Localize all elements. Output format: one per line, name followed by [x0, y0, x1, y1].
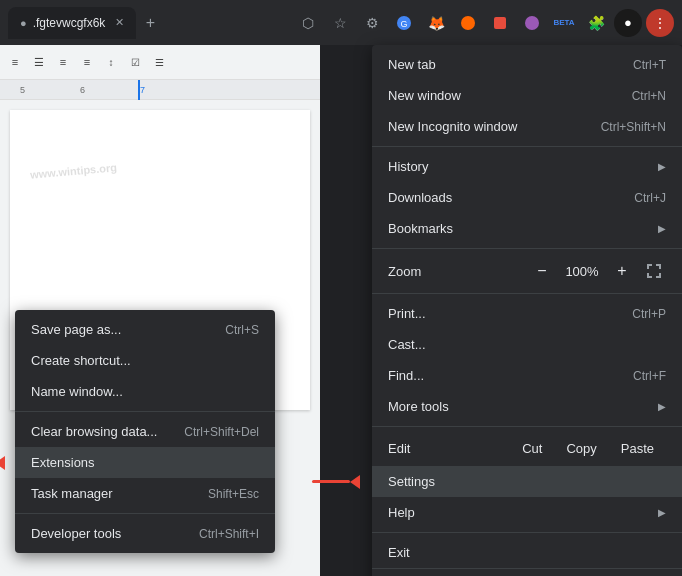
menu-item-clear-browsing[interactable]: Clear browsing data... Ctrl+Shift+Del	[15, 416, 275, 447]
managed-row: Managed by your organization	[372, 568, 682, 576]
menu-item-history[interactable]: History ▶	[372, 151, 682, 182]
extension4-icon[interactable]	[486, 9, 514, 37]
zoom-value: 100%	[562, 264, 602, 279]
menu-item-cast[interactable]: Cast...	[372, 329, 682, 360]
menu-item-developer-tools-shortcut: Ctrl+Shift+I	[199, 527, 259, 541]
left-menu-sep-2	[15, 513, 275, 514]
menu-item-new-tab[interactable]: New tab Ctrl+T	[372, 49, 682, 80]
menu-item-more-tools[interactable]: More tools ▶	[372, 391, 682, 422]
help-label: Help	[388, 505, 650, 520]
find-shortcut: Ctrl+F	[633, 369, 666, 383]
line-spacing-icon[interactable]: ↕	[100, 51, 122, 73]
align-center-icon[interactable]: ☰	[28, 51, 50, 73]
align-right-icon[interactable]: ≡	[52, 51, 74, 73]
right-menu-sep-5	[372, 532, 682, 533]
extension5-icon[interactable]	[518, 9, 546, 37]
svg-rect-6	[647, 264, 649, 269]
extension3-icon[interactable]	[454, 9, 482, 37]
menu-item-bookmarks[interactable]: Bookmarks ▶	[372, 213, 682, 244]
share-icon[interactable]: ⬡	[294, 9, 322, 37]
history-arrow-icon: ▶	[658, 161, 666, 172]
menu-item-new-window[interactable]: New window Ctrl+N	[372, 80, 682, 111]
menu-item-save-page-as[interactable]: Save page as... Ctrl+S	[15, 314, 275, 345]
settings-arrow-head	[350, 475, 360, 489]
svg-rect-10	[647, 273, 649, 278]
svg-rect-3	[494, 17, 506, 29]
print-label: Print...	[388, 306, 624, 321]
history-label: History	[388, 159, 650, 174]
bullet-list-icon[interactable]: ☰	[148, 51, 170, 73]
svg-text:G: G	[400, 19, 407, 29]
right-context-menu: New tab Ctrl+T New window Ctrl+N New Inc…	[372, 45, 682, 576]
print-shortcut: Ctrl+P	[632, 307, 666, 321]
edit-label: Edit	[388, 441, 510, 456]
extension2-icon[interactable]: 🦊	[422, 9, 450, 37]
star-icon[interactable]: ☆	[326, 9, 354, 37]
menu-item-downloads[interactable]: Downloads Ctrl+J	[372, 182, 682, 213]
right-menu-sep-4	[372, 426, 682, 427]
downloads-shortcut: Ctrl+J	[634, 191, 666, 205]
exit-label: Exit	[388, 545, 666, 560]
zoom-fullscreen-button[interactable]	[642, 259, 666, 283]
new-incognito-shortcut: Ctrl+Shift+N	[601, 120, 666, 134]
menu-item-help[interactable]: Help ▶	[372, 497, 682, 528]
more-tools-label: More tools	[388, 399, 650, 414]
downloads-label: Downloads	[388, 190, 626, 205]
menu-item-create-shortcut-label: Create shortcut...	[31, 353, 251, 368]
cut-button[interactable]: Cut	[510, 437, 554, 460]
profile-icon[interactable]: ●	[614, 9, 642, 37]
help-arrow-icon: ▶	[658, 507, 666, 518]
settings-arrow-body	[312, 480, 350, 483]
menu-item-clear-browsing-shortcut: Ctrl+Shift+Del	[184, 425, 259, 439]
menu-item-task-manager-shortcut: Shift+Esc	[208, 487, 259, 501]
menu-item-settings[interactable]: Settings	[372, 466, 682, 497]
zoom-plus-button[interactable]: +	[610, 259, 634, 283]
new-tab-button[interactable]: +	[136, 9, 164, 37]
find-label: Find...	[388, 368, 625, 383]
right-menu-sep-2	[372, 248, 682, 249]
menu-item-print[interactable]: Print... Ctrl+P	[372, 298, 682, 329]
settings-icon[interactable]: ⚙	[358, 9, 386, 37]
new-window-shortcut: Ctrl+N	[632, 89, 666, 103]
tab-area: ● .fgtevwcgfx6k ✕ +	[8, 0, 288, 45]
menu-item-extensions[interactable]: Extensions	[15, 447, 275, 478]
zoom-label: Zoom	[388, 264, 522, 279]
menu-item-name-window[interactable]: Name window...	[15, 376, 275, 407]
svg-rect-8	[659, 264, 661, 269]
menu-item-save-page-as-shortcut: Ctrl+S	[225, 323, 259, 337]
menu-item-task-manager-label: Task manager	[31, 486, 200, 501]
edit-row: Edit Cut Copy Paste	[372, 431, 682, 466]
ruler-cursor	[138, 80, 140, 100]
new-window-label: New window	[388, 88, 624, 103]
zoom-minus-button[interactable]: −	[530, 259, 554, 283]
menu-item-extensions-label: Extensions	[31, 455, 259, 470]
more-tools-arrow-icon: ▶	[658, 401, 666, 412]
extensions-arrow-head	[0, 456, 5, 470]
menu-icon[interactable]: ⋮	[646, 9, 674, 37]
bookmarks-arrow-icon: ▶	[658, 223, 666, 234]
checklist-icon[interactable]: ☑	[124, 51, 146, 73]
puzzle-icon[interactable]: 🧩	[582, 9, 610, 37]
menu-item-developer-tools-label: Developer tools	[31, 526, 191, 541]
copy-button[interactable]: Copy	[554, 437, 608, 460]
menu-item-create-shortcut[interactable]: Create shortcut...	[15, 345, 275, 376]
browser-tab[interactable]: ● .fgtevwcgfx6k ✕	[8, 7, 136, 39]
align-justify-icon[interactable]: ≡	[76, 51, 98, 73]
cast-label: Cast...	[388, 337, 666, 352]
extensions-arrow	[0, 456, 5, 470]
menu-item-task-manager[interactable]: Task manager Shift+Esc	[15, 478, 275, 509]
ruler-tick-5: 5	[20, 85, 25, 95]
paste-button[interactable]: Paste	[609, 437, 666, 460]
menu-item-find[interactable]: Find... Ctrl+F	[372, 360, 682, 391]
align-left-icon[interactable]: ≡	[4, 51, 26, 73]
right-menu-sep-1	[372, 146, 682, 147]
menu-item-exit[interactable]: Exit	[372, 537, 682, 568]
menu-item-developer-tools[interactable]: Developer tools Ctrl+Shift+I	[15, 518, 275, 549]
new-tab-label: New tab	[388, 57, 625, 72]
extension1-icon[interactable]: G	[390, 9, 418, 37]
menu-item-new-incognito[interactable]: New Incognito window Ctrl+Shift+N	[372, 111, 682, 142]
svg-point-4	[525, 16, 539, 30]
menu-item-name-window-label: Name window...	[31, 384, 259, 399]
browser-toolbar-icons: ⬡ ☆ ⚙ G 🦊 BETA 🧩 ● ⋮	[294, 9, 674, 37]
menu-item-save-page-as-label: Save page as...	[31, 322, 217, 337]
